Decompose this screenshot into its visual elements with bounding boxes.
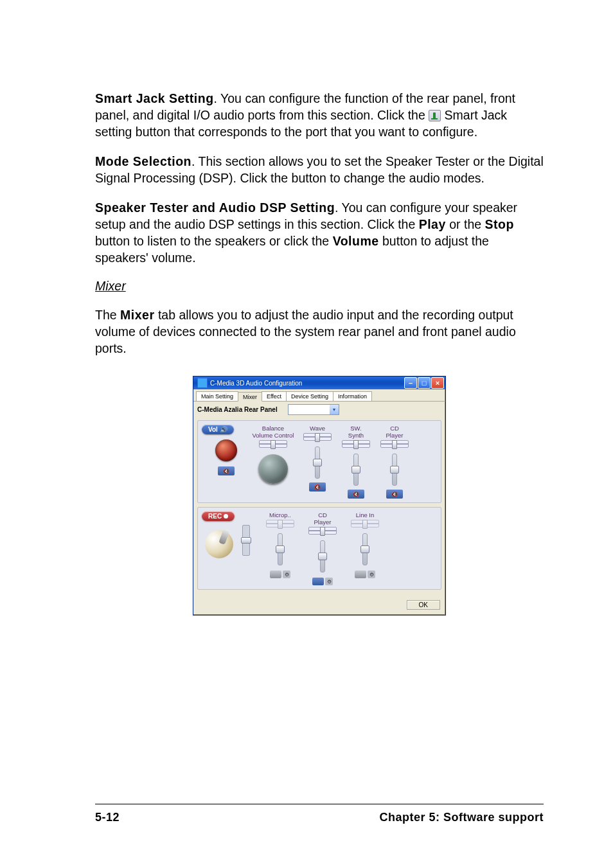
speaker-tester-heading: Speaker Tester and Audio DSP Setting	[95, 200, 335, 215]
rec-mic-mute-button[interactable]	[270, 571, 281, 578]
cd-fader[interactable]	[392, 454, 397, 486]
rec-cd-fader[interactable]	[320, 540, 325, 572]
chapter-label: Chapter 5: Software support	[379, 811, 544, 824]
microphone-icon	[205, 530, 233, 558]
channel-wave: Wave 🔇	[302, 425, 333, 499]
master-mute-button[interactable]: 🔇	[218, 466, 235, 475]
rec-level-slider[interactable]	[242, 525, 250, 556]
channel-cd: CD Player 🔇	[379, 425, 410, 499]
mixer-window: C-Media 3D Audio Configuration – □ × Mai…	[193, 376, 446, 616]
smart-jack-heading: Smart Jack Setting	[95, 91, 214, 105]
rec-linein-mute-button[interactable]	[355, 571, 366, 578]
para-speaker-tester: Speaker Tester and Audio DSP Setting. Yo…	[95, 199, 544, 266]
speaker-icon: 🔊	[220, 426, 227, 433]
titlebar[interactable]: C-Media 3D Audio Configuration – □ ×	[193, 376, 445, 389]
inline-stop: Stop	[485, 217, 514, 231]
rec-mic-balance[interactable]	[266, 520, 294, 527]
tab-effect[interactable]: Effect	[262, 391, 287, 401]
rec-linein-settings-button[interactable]: ⚙	[368, 571, 375, 578]
rec-channel-mic: Microp.. ⚙	[265, 511, 296, 585]
wave-balance[interactable]	[303, 433, 332, 441]
close-button[interactable]: ×	[431, 377, 444, 389]
cd-mute-button[interactable]: 🔇	[386, 490, 403, 499]
rec-pill: REC	[202, 511, 235, 521]
mixer-subheading: Mixer	[95, 279, 544, 294]
inline-mixer-bold: Mixer	[120, 308, 154, 322]
synth-balance[interactable]	[342, 440, 370, 448]
maximize-button[interactable]: □	[418, 377, 431, 389]
vol-pill: Vol 🔊	[202, 425, 234, 434]
rec-cd-mute-button[interactable]	[312, 578, 324, 585]
channel-synth: SW. Synth 🔇	[341, 425, 371, 499]
record-group: REC Microp..	[197, 507, 441, 590]
rec-cd-settings-button[interactable]: ⚙	[325, 578, 333, 585]
tab-strip: Main Setting Mixer Effect Device Setting…	[193, 389, 445, 402]
mute-icon: 🔇	[314, 484, 321, 490]
master-balance-slider[interactable]	[259, 440, 287, 448]
page-number: 5-12	[95, 811, 120, 824]
rec-mic-fader[interactable]	[278, 533, 283, 565]
tab-information[interactable]: Information	[333, 391, 372, 401]
window-title: C-Media 3D Audio Configuration	[210, 380, 404, 387]
minimize-button[interactable]: –	[404, 377, 417, 389]
page-footer: 5-12 Chapter 5: Software support	[95, 804, 544, 824]
para-smart-jack: Smart Jack Setting. You can configure th…	[95, 90, 544, 140]
record-dot-icon	[224, 514, 228, 518]
rec-mic-settings-button[interactable]: ⚙	[283, 571, 290, 578]
master-volume-knob[interactable]	[215, 439, 237, 461]
tab-mixer[interactable]: Mixer	[238, 392, 262, 402]
wave-fader[interactable]	[315, 447, 320, 479]
volume-group: Vol 🔊 🔇 Balance Volume Control	[197, 420, 441, 503]
rec-linein-fader[interactable]	[362, 533, 368, 565]
wave-mute-button[interactable]: 🔇	[309, 483, 326, 492]
inline-play: Play	[419, 217, 446, 231]
chevron-down-icon: ▾	[330, 405, 339, 414]
rec-cd-balance[interactable]	[308, 527, 337, 535]
smart-jack-inline-icon	[429, 110, 441, 121]
mute-icon: 🔇	[353, 492, 359, 497]
cd-balance[interactable]	[380, 440, 409, 448]
mute-icon: 🔇	[223, 468, 229, 474]
rec-channel-linein: Line In ⚙	[350, 511, 380, 585]
tab-device-setting[interactable]: Device Setting	[286, 391, 333, 401]
mute-icon: 🔇	[391, 492, 398, 497]
panel-dropdown[interactable]: ▾	[288, 404, 339, 415]
panel-select-row: C-Media Azalia Rear Panel ▾	[193, 402, 445, 418]
synth-mute-button[interactable]: 🔇	[348, 490, 364, 499]
balance-label: Balance Volume Control	[253, 425, 294, 439]
para-mode-selection: Mode Selection. This section allows you …	[95, 153, 544, 186]
app-icon	[197, 378, 208, 388]
inline-volume: Volume	[333, 234, 379, 248]
rec-channel-cd: CD Player ⚙	[307, 511, 338, 585]
tab-main-setting[interactable]: Main Setting	[196, 391, 238, 401]
mode-selection-heading: Mode Selection	[95, 154, 191, 168]
panel-select-label: C-Media Azalia Rear Panel	[197, 406, 278, 413]
ok-button[interactable]: OK	[407, 600, 440, 610]
balance-knob[interactable]	[258, 454, 288, 484]
para-mixer-desc: The Mixer tab allows you to adjust the a…	[95, 306, 544, 357]
synth-fader[interactable]	[353, 454, 359, 486]
rec-linein-balance[interactable]	[351, 520, 379, 527]
